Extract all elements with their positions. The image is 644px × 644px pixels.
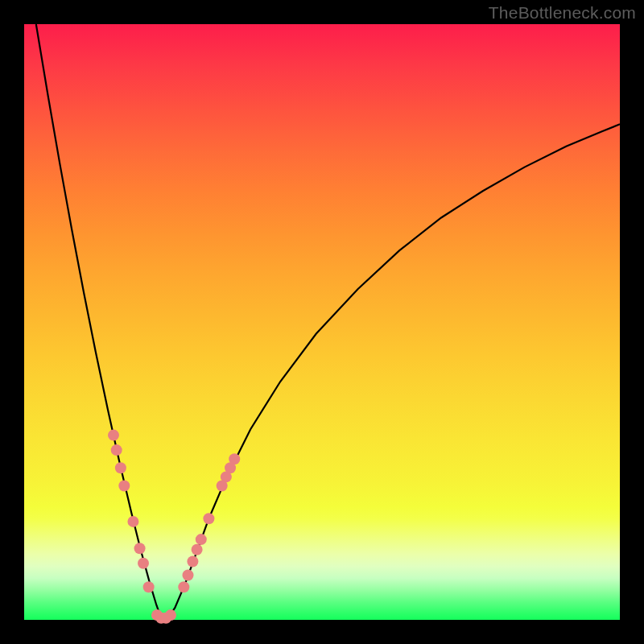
data-point [178,581,189,592]
data-point [187,555,198,567]
data-point [143,581,155,592]
data-point [111,444,122,456]
data-point [118,481,130,492]
data-point [196,534,207,545]
data-point [183,570,194,581]
plot-area [24,24,620,620]
bottleneck-curve [36,24,620,619]
data-point [192,544,203,555]
data-point [229,453,240,464]
data-point [203,513,214,524]
chart-frame: TheBottleneck.com [0,0,644,644]
curve-svg [24,24,620,620]
data-point [115,462,126,473]
data-point [108,430,119,441]
watermark-text: TheBottleneck.com [489,3,636,23]
curve-markers [108,430,240,624]
data-point [165,609,176,621]
data-point [138,558,149,569]
data-point [127,516,138,527]
data-point [134,543,146,554]
